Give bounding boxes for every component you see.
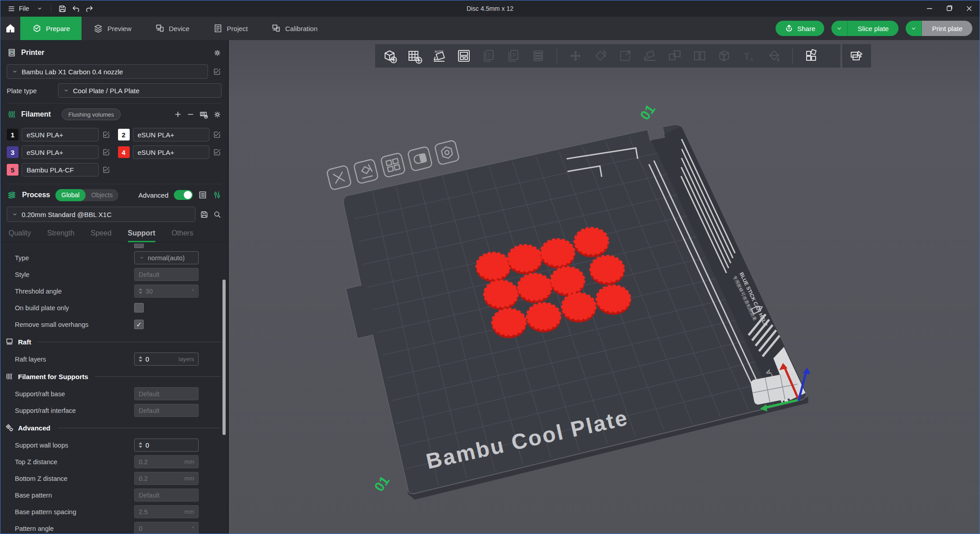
input-base-pattern-spacing[interactable]: 2.5mm: [134, 505, 199, 518]
paint-icon[interactable]: [766, 48, 782, 64]
undo-button[interactable]: [69, 2, 83, 15]
filament-settings-button[interactable]: [213, 110, 222, 119]
edit-icon[interactable]: [102, 165, 111, 174]
move-icon[interactable]: [567, 48, 584, 64]
remove-filament-button[interactable]: [186, 110, 195, 118]
spinner-arrows[interactable]: [139, 442, 142, 448]
disc-object-3[interactable]: [540, 239, 575, 268]
tab-calibration[interactable]: Calibration: [259, 17, 329, 40]
slice-plate-button[interactable]: Slice plate: [831, 21, 898, 36]
viewport-3d[interactable]: BLUE STICK CAN HELP. 专用胶棒可改善粘附效果 PLA: [229, 40, 980, 534]
edit-icon[interactable]: [213, 130, 222, 139]
tab-project[interactable]: Project: [201, 17, 260, 40]
spinner-arrows[interactable]: [139, 356, 142, 362]
disc-object-12[interactable]: [596, 285, 631, 315]
tab-preview[interactable]: Preview: [82, 17, 143, 40]
input-top-z-distance[interactable]: 0.2mm: [134, 455, 199, 468]
text-icon[interactable]: [741, 48, 757, 64]
disc-object-7[interactable]: [550, 267, 585, 296]
input-pattern-angle[interactable]: 0°: [134, 522, 199, 534]
ams-sync-button[interactable]: [199, 110, 209, 119]
share-button[interactable]: Share: [776, 21, 824, 36]
select-base-pattern[interactable]: Default: [134, 489, 199, 502]
search-setting-button[interactable]: [213, 210, 222, 219]
select-plate-icon[interactable]: [848, 48, 865, 64]
redo-button[interactable]: [83, 2, 96, 15]
select-support-raft-base[interactable]: Default: [134, 387, 199, 400]
scope-global-button[interactable]: Global: [55, 189, 85, 201]
split-objects-icon[interactable]: [667, 48, 683, 64]
plate-settings-button[interactable]: [435, 140, 460, 165]
checkbox[interactable]: [134, 303, 144, 312]
rotate-icon[interactable]: [592, 48, 608, 64]
auto-orient-icon[interactable]: [431, 48, 447, 64]
disc-object-8[interactable]: [590, 256, 624, 285]
file-menu-chevron[interactable]: [33, 2, 46, 15]
file-menu[interactable]: File: [4, 5, 33, 13]
lay-flat-icon[interactable]: [642, 48, 658, 64]
parameter-table-button[interactable]: [213, 190, 222, 199]
disc-object-4[interactable]: [574, 228, 608, 257]
filament-color-swatch[interactable]: 3: [7, 146, 18, 158]
input-raft-layers[interactable]: 0layers: [134, 353, 199, 366]
arrange-plate-button[interactable]: [381, 153, 406, 178]
delete-plate-button[interactable]: [327, 165, 352, 190]
disc-object-1[interactable]: [476, 253, 510, 282]
select-support-raft-interface[interactable]: Default: [134, 404, 199, 417]
process-tab-speed[interactable]: Speed: [91, 229, 111, 242]
edit-icon[interactable]: [102, 130, 111, 139]
disc-object-2[interactable]: [508, 245, 542, 274]
disc-object-9[interactable]: [492, 309, 526, 338]
advanced-toggle[interactable]: [174, 190, 193, 200]
disc-object-11[interactable]: [562, 293, 596, 322]
layers-icon[interactable]: [530, 48, 546, 64]
process-tab-strength[interactable]: Strength: [47, 229, 74, 242]
parameter-list-button[interactable]: [198, 190, 207, 199]
edit-icon[interactable]: [102, 148, 111, 157]
spinner-arrows[interactable]: [139, 288, 142, 294]
edit-icon[interactable]: [213, 148, 222, 157]
assembly-icon[interactable]: [803, 48, 819, 64]
printer-settings-button[interactable]: [213, 49, 222, 57]
filament-select[interactable]: eSUN PLA+: [22, 145, 99, 159]
input-threshold-angle[interactable]: 30°: [134, 285, 199, 298]
home-button[interactable]: [0, 17, 20, 40]
disc-object-6[interactable]: [517, 274, 552, 303]
tab-device[interactable]: Device: [143, 17, 201, 40]
input-support-wall-loops[interactable]: 0: [134, 439, 199, 452]
arrange-icon[interactable]: [456, 48, 472, 64]
orient-plate-button[interactable]: [354, 159, 379, 184]
checkbox[interactable]: [134, 244, 144, 248]
paste-icon[interactable]: [505, 48, 522, 64]
filament-color-swatch[interactable]: 5: [7, 164, 18, 176]
add-plate-icon[interactable]: [406, 48, 422, 64]
save-button[interactable]: [56, 2, 69, 15]
printer-preset-select[interactable]: Bambu Lab X1 Carbon 0.4 nozzle: [7, 64, 208, 79]
close-button[interactable]: [962, 2, 976, 15]
checkbox[interactable]: ✓: [134, 320, 144, 329]
process-tab-quality[interactable]: Quality: [9, 229, 31, 242]
filament-select[interactable]: eSUN PLA+: [133, 128, 210, 141]
disc-object-10[interactable]: [526, 303, 561, 332]
flushing-volumes-button[interactable]: Flushing volumes: [62, 109, 121, 120]
filament-select[interactable]: eSUN PLA+: [133, 145, 210, 159]
tab-prepare[interactable]: Prepare: [20, 17, 82, 40]
lock-plate-button[interactable]: [408, 146, 433, 172]
process-preset-select[interactable]: 0.20mm Standard @BBL X1C: [7, 207, 195, 222]
scope-objects-button[interactable]: Objects: [86, 189, 118, 201]
select-style[interactable]: Default: [134, 268, 199, 281]
scale-icon[interactable]: [617, 48, 633, 64]
select-type[interactable]: normal(auto): [134, 251, 199, 264]
slice-options-chevron[interactable]: [831, 21, 848, 36]
filament-color-swatch[interactable]: 2: [118, 129, 130, 140]
copy-icon[interactable]: [481, 48, 497, 64]
maximize-button[interactable]: [943, 2, 956, 15]
print-plate-button[interactable]: Print plate: [906, 21, 972, 36]
process-tab-support[interactable]: Support: [128, 229, 155, 242]
edit-printer-button[interactable]: [213, 67, 222, 76]
split-parts-icon[interactable]: [691, 48, 708, 64]
boolean-icon[interactable]: [716, 48, 732, 64]
disc-object-5[interactable]: [484, 281, 518, 310]
filament-color-swatch[interactable]: 1: [7, 129, 18, 140]
add-cube-icon[interactable]: [381, 48, 398, 64]
